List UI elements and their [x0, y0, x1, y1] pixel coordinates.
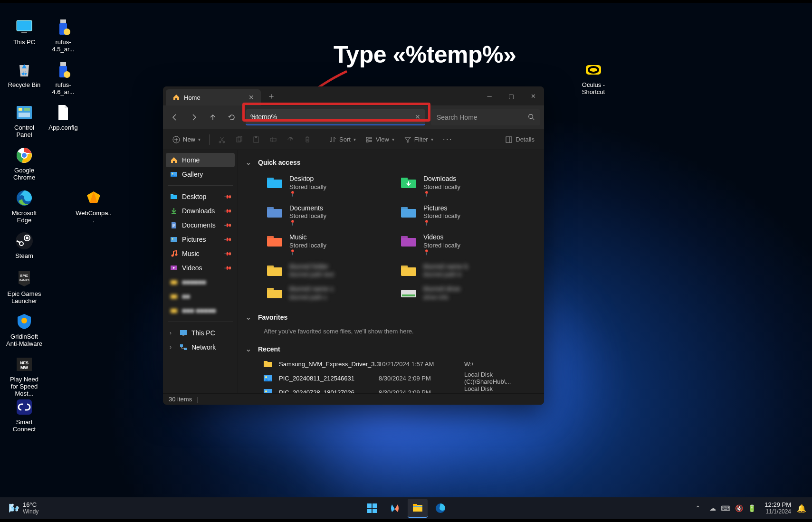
sort-button[interactable]: Sort ▾: [325, 132, 360, 147]
sidebar-item-downloads[interactable]: Downloads 📌: [166, 204, 235, 218]
notification-button[interactable]: 🔔: [796, 504, 807, 513]
sidebar-item-desktop[interactable]: Desktop 📌: [166, 190, 235, 204]
tray-icons[interactable]: ☁ ⌨ 🔇 🔋: [706, 499, 760, 518]
file-explorer-window: Home ✕ ＋ ─ ▢ ✕ ✕: [163, 86, 544, 405]
section-quick-access[interactable]: ⌄ Quick access: [243, 155, 536, 170]
svg-rect-74: [267, 290, 282, 298]
quick-access-item[interactable]: blurred drivedrive info: [398, 283, 522, 303]
quick-access-item[interactable]: DocumentsStored locally📍: [264, 202, 388, 229]
icon-label: Control Panel: [6, 124, 43, 139]
quick-access-item[interactable]: blurred name bblurred path b: [398, 261, 522, 281]
desktop-icon-recycle-bin[interactable]: Recycle Bin: [5, 60, 44, 89]
start-button[interactable]: [362, 499, 382, 518]
close-button[interactable]: ✕: [522, 86, 544, 105]
address-bar[interactable]: ✕: [246, 109, 425, 125]
svg-rect-3: [60, 19, 66, 23]
maximize-button[interactable]: ▢: [500, 86, 522, 105]
window-titlebar[interactable]: Home ✕ ＋ ─ ▢ ✕: [163, 86, 544, 105]
quick-access-item[interactable]: blurred name cblurred path c: [264, 283, 388, 303]
chevron-right-icon[interactable]: ›: [170, 344, 175, 351]
desktop-icon-edge[interactable]: Microsoft Edge: [5, 188, 44, 224]
desktop-icon-epic[interactable]: EPICGAMES Epic Games Launcher: [5, 269, 44, 305]
new-tab-button[interactable]: ＋: [263, 87, 280, 104]
volume-icon[interactable]: 🔇: [735, 504, 743, 512]
clock[interactable]: 12:29 PM 11/1/2024: [761, 502, 795, 514]
quick-access-item[interactable]: DownloadsStored locally📍: [398, 173, 522, 199]
quick-access-item[interactable]: PicturesStored locally📍: [398, 202, 522, 229]
filter-button[interactable]: Filter ▾: [400, 132, 437, 147]
desktop-icon-smart-connect[interactable]: Smart Connect: [5, 397, 44, 433]
search-icon[interactable]: [528, 114, 535, 122]
copilot-button[interactable]: [385, 499, 405, 518]
desktop-icon-control-panel[interactable]: Control Panel: [5, 103, 44, 139]
details-button[interactable]: Details: [501, 132, 538, 147]
svg-point-15: [22, 153, 27, 158]
quick-access-item[interactable]: MusicStored locally📍: [264, 231, 388, 258]
recent-item[interactable]: Samsung_NVM_Express_Driver_3.310/21/2024…: [243, 357, 536, 371]
quick-access-item[interactable]: blurred folderblurred path text: [264, 261, 388, 281]
sidebar-item-this-pc[interactable]: › This PC: [166, 326, 235, 340]
desktop-icon-chrome[interactable]: Google Chrome: [5, 145, 44, 181]
address-input[interactable]: [250, 113, 410, 121]
battery-icon[interactable]: 🔋: [748, 504, 756, 512]
weather-widget[interactable]: 🌬️ 16°C Windy: [5, 499, 42, 518]
qa-sub: blurred path b: [423, 271, 468, 278]
desktop-icon-gridinsoft[interactable]: GridinSoft Anti-Malware: [5, 312, 44, 348]
refresh-button[interactable]: [224, 109, 240, 125]
svg-rect-54: [180, 330, 187, 335]
sidebar-item-network[interactable]: › Network: [166, 340, 235, 354]
more-button[interactable]: ···: [439, 132, 457, 147]
svg-point-83: [265, 390, 267, 392]
sidebar-item-blurred-3[interactable]: ■■■ ■■■■■: [166, 304, 235, 318]
sidebar-item-videos[interactable]: Videos 📌: [166, 261, 235, 275]
quick-access-item[interactable]: VideosStored locally📍: [398, 231, 522, 258]
onedrive-icon[interactable]: ☁: [709, 504, 716, 512]
sidebar-item-music[interactable]: Music 📌: [166, 247, 235, 261]
desktop-icon-oculus[interactable]: Oculus - Shortcut: [574, 60, 613, 96]
desktop-icon-steam[interactable]: Steam: [5, 231, 44, 260]
qa-name: blurred folder: [289, 263, 334, 271]
new-button[interactable]: New ▾: [169, 132, 204, 147]
sidebar-item-home[interactable]: Home: [166, 153, 235, 167]
minimize-button[interactable]: ─: [478, 86, 500, 105]
language-icon[interactable]: ⌨: [721, 504, 730, 512]
desktop-icon-webcompanion[interactable]: WebCompa...: [74, 188, 113, 224]
desktop-icon-this-pc[interactable]: This PC: [5, 17, 44, 46]
desktop-icon-nfs[interactable]: NFSMW Play Need for Speed Most...: [5, 354, 44, 398]
svg-rect-86: [367, 509, 372, 513]
desktop-icon-rufus46[interactable]: rufus-4.6_ar...: [44, 60, 83, 96]
pin-icon: 📌: [223, 249, 232, 258]
forward-button[interactable]: [186, 109, 202, 125]
quick-access-item[interactable]: DesktopStored locally📍: [264, 173, 388, 199]
section-favorites[interactable]: ⌄ Favorites: [243, 310, 536, 325]
svg-rect-70: [267, 267, 282, 276]
sidebar-item-documents[interactable]: Documents 📌: [166, 218, 235, 232]
tray-expand-button[interactable]: ⌃: [691, 499, 705, 518]
desktop-icon-app-config[interactable]: App.config: [44, 103, 83, 132]
search-input[interactable]: [437, 114, 523, 121]
view-button[interactable]: View ▾: [362, 132, 398, 147]
file-explorer-button[interactable]: [408, 499, 428, 518]
sidebar-item-blurred-2[interactable]: ■■: [166, 289, 235, 304]
svg-rect-37: [255, 136, 257, 138]
tab-close-icon[interactable]: ✕: [248, 94, 254, 101]
chevron-right-icon[interactable]: ›: [170, 330, 175, 336]
clear-address-icon[interactable]: ✕: [415, 113, 420, 121]
edge-taskbar-button[interactable]: [430, 499, 450, 518]
epic-icon: EPICGAMES: [14, 269, 34, 289]
sidebar-item-gallery[interactable]: Gallery: [166, 167, 235, 181]
svg-point-19: [26, 237, 29, 239]
sidebar-item-blurred-1[interactable]: ■■■■■■: [166, 275, 235, 289]
section-recent[interactable]: ⌄ Recent: [243, 342, 536, 357]
back-button[interactable]: [167, 109, 183, 125]
video-icon: [170, 264, 178, 272]
recent-item[interactable]: PIC_20240728_1801270268/30/2024 2:09 PML…: [243, 385, 536, 393]
pictures-icon: [170, 235, 178, 244]
sidebar-item-pictures[interactable]: Pictures 📌: [166, 232, 235, 247]
up-button[interactable]: [205, 109, 221, 125]
svg-rect-55: [182, 335, 184, 336]
recent-item[interactable]: PIC_20240811_2125466318/30/2024 2:09 PML…: [243, 371, 536, 385]
desktop-icon-rufus45[interactable]: rufus-4.5_ar...: [44, 17, 83, 53]
search-box[interactable]: [431, 109, 540, 125]
tab-home[interactable]: Home ✕: [166, 89, 261, 105]
